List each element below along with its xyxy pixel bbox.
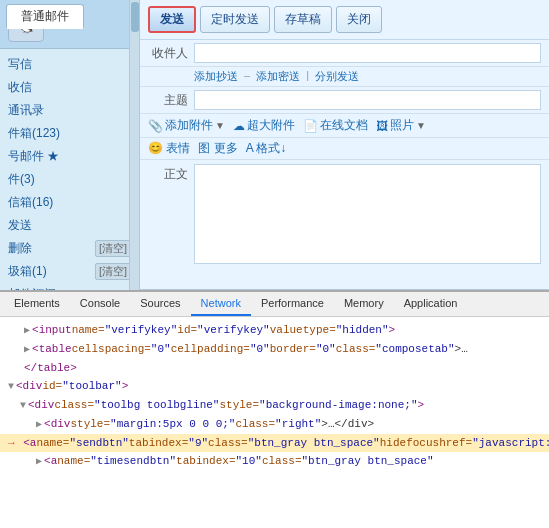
expand-icon-8[interactable]: ▶ xyxy=(36,454,42,470)
photo-arrow: ▼ xyxy=(416,120,426,131)
send-separately-link[interactable]: 分别发送 xyxy=(315,69,359,84)
send-button[interactable]: 发送 xyxy=(148,6,196,33)
compose-main: 发送 定时发送 存草稿 关闭 收件人 添加抄送 – 添加密送 | 分别发送 主题… xyxy=(140,0,549,290)
sidebar-item-subscribe[interactable]: 邮件订阅 xyxy=(0,283,139,290)
code-lines: ▶ <input name="verifykey" id="verifykey"… xyxy=(0,317,549,475)
expand-icon-6[interactable]: ▶ xyxy=(36,417,42,433)
add-cc-link[interactable]: 添加抄送 xyxy=(194,69,238,84)
expand-icon-2[interactable]: ▶ xyxy=(24,342,30,358)
tab-memory[interactable]: Memory xyxy=(334,292,394,316)
tab-application[interactable]: Application xyxy=(394,292,468,316)
clear-deleted-btn[interactable]: [清空] xyxy=(95,240,131,257)
sidebar-nav: 写信 收信 通讯录 件箱(123) 号邮件 ★ 件(3) 信箱(16) 发送 xyxy=(0,49,139,290)
scrollbar-thumb[interactable] xyxy=(131,2,139,32)
close-compose-button[interactable]: 关闭 xyxy=(336,6,382,33)
to-label: 收件人 xyxy=(148,45,188,62)
highlight-arrow: → xyxy=(8,435,15,451)
large-attachment-btn[interactable]: ☁ 超大附件 xyxy=(233,117,295,134)
code-line-8: ▶ <a name="timesendbtn" tabindex="10" cl… xyxy=(0,452,549,471)
code-line-3: </table> xyxy=(0,359,549,377)
compose-area: 普通邮件 群邮件 贺卡 明信 🐧 → 写信 收信 通讯录 件箱(123) 号邮件… xyxy=(0,0,549,290)
code-line-5: ▼ <div class="toolbg toolbgline" style="… xyxy=(0,396,549,415)
sidebar-item-junk[interactable]: 圾箱(1) [清空] xyxy=(0,260,139,283)
attach-bar: 📎 添加附件 ▼ ☁ 超大附件 📄 在线文档 🖼 照片 ▼ xyxy=(140,114,549,138)
tab-sources[interactable]: Sources xyxy=(130,292,190,316)
code-line-4: ▼ <div id="toolbar" > xyxy=(0,377,549,396)
expand-icon-5[interactable]: ▼ xyxy=(20,398,26,414)
add-bcc-link[interactable]: 添加密送 xyxy=(256,69,300,84)
field-actions: 添加抄送 – 添加密送 | 分别发送 xyxy=(140,67,549,87)
expand-icon-1[interactable]: ▶ xyxy=(24,323,30,339)
sidebar-item-starred[interactable]: 号邮件 ★ xyxy=(0,145,139,168)
sidebar-item-deleted[interactable]: 删除 [清空] xyxy=(0,237,139,260)
format-bar: 😊 表情 图 更多 A 格式↓ xyxy=(140,138,549,160)
tab-elements[interactable]: Elements xyxy=(4,292,70,316)
sidebar-scrollbar[interactable] xyxy=(129,0,139,290)
sidebar-item-mailbox[interactable]: 信箱(16) xyxy=(0,191,139,214)
sidebar-item-receive[interactable]: 收信 xyxy=(0,76,139,99)
body-label: 正文 xyxy=(148,164,188,183)
expand-icon-4[interactable]: ▼ xyxy=(8,379,14,395)
code-line-2: ▶ <table cellspacing="0" cellpadding="0"… xyxy=(0,340,549,359)
devtools-content: ▶ <input name="verifykey" id="verifykey"… xyxy=(0,317,549,528)
schedule-send-button[interactable]: 定时发送 xyxy=(200,6,270,33)
add-attachment-btn[interactable]: 📎 添加附件 ▼ xyxy=(148,117,225,134)
sep1: – xyxy=(244,69,250,84)
compose-toolbar: 发送 定时发送 存草稿 关闭 xyxy=(140,0,549,40)
to-input[interactable] xyxy=(194,43,541,63)
code-line-6: ▶ <div style="margin:5px 0 0 0;" class="… xyxy=(0,415,549,434)
tab-network[interactable]: Network xyxy=(191,292,251,316)
sidebar: 🐧 → 写信 收信 通讯录 件箱(123) 号邮件 ★ 件(3) 信箱( xyxy=(0,0,140,290)
more-btn[interactable]: 图 更多 xyxy=(198,140,237,157)
sep2: | xyxy=(306,69,309,84)
sidebar-item-contacts[interactable]: 通讯录 xyxy=(0,99,139,122)
sidebar-item-sent[interactable]: 发送 xyxy=(0,214,139,237)
code-line-7-highlighted: → <a name="sendbtn" tabindex="9" class="… xyxy=(0,434,549,452)
format-btn[interactable]: A 格式↓ xyxy=(246,140,287,157)
tab-normal-mail[interactable]: 普通邮件 xyxy=(6,4,84,29)
photo-btn[interactable]: 🖼 照片 ▼ xyxy=(376,117,426,134)
subject-label: 主题 xyxy=(148,92,188,109)
devtools-tabs: Elements Console Sources Network Perform… xyxy=(0,292,549,317)
sidebar-item-write[interactable]: 写信 xyxy=(0,53,139,76)
subject-input[interactable] xyxy=(194,90,541,110)
tab-performance[interactable]: Performance xyxy=(251,292,334,316)
devtools-panel: Elements Console Sources Network Perform… xyxy=(0,290,549,528)
code-line-1: ▶ <input name="verifykey" id="verifykey"… xyxy=(0,321,549,340)
to-field-row: 收件人 xyxy=(140,40,549,67)
sidebar-item-inbox[interactable]: 件箱(123) xyxy=(0,122,139,145)
subject-field-row: 主题 xyxy=(140,87,549,114)
attach-arrow: ▼ xyxy=(215,120,225,131)
emoji-btn[interactable]: 😊 表情 xyxy=(148,140,190,157)
tab-console[interactable]: Console xyxy=(70,292,130,316)
body-editor[interactable] xyxy=(194,164,541,264)
online-doc-btn[interactable]: 📄 在线文档 xyxy=(303,117,368,134)
sidebar-item-folders[interactable]: 件(3) xyxy=(0,168,139,191)
body-area: 正文 xyxy=(140,160,549,268)
clear-junk-btn[interactable]: [清空] xyxy=(95,263,131,280)
save-draft-button[interactable]: 存草稿 xyxy=(274,6,332,33)
